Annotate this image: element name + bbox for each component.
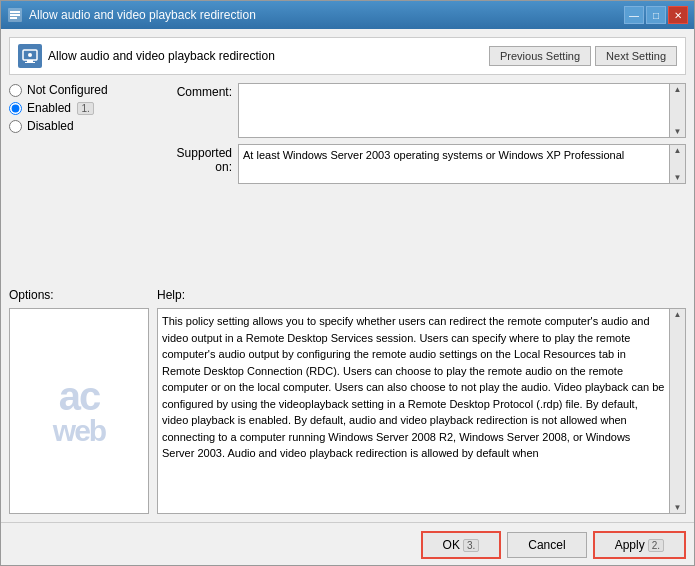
help-scroll-down[interactable]: ▼ — [674, 503, 682, 512]
not-configured-option[interactable]: Not Configured — [9, 83, 149, 97]
content-area: Allow audio and video playback redirecti… — [1, 29, 694, 522]
help-text: This policy setting allows you to specif… — [158, 309, 685, 466]
radio-group: Not Configured Enabled 1. Disabled — [9, 83, 149, 133]
bottom-section: ac web This policy setting allows you to… — [9, 308, 686, 513]
previous-setting-button[interactable]: Previous Setting — [489, 46, 591, 66]
enabled-option[interactable]: Enabled 1. — [9, 101, 149, 115]
options-panel: ac web — [9, 308, 149, 513]
help-scroll-up[interactable]: ▲ — [674, 310, 682, 319]
help-section-label: Help: — [157, 288, 686, 302]
disabled-label: Disabled — [27, 119, 74, 133]
help-panel: This policy setting allows you to specif… — [157, 308, 686, 513]
watermark-image: ac web — [53, 309, 105, 512]
header-row: Allow audio and video playback redirecti… — [9, 37, 686, 75]
svg-rect-3 — [10, 17, 17, 19]
title-bar-controls: — □ ✕ — [624, 6, 688, 24]
watermark-text-2: web — [53, 416, 105, 446]
supported-row: Supported on: At least Windows Server 20… — [157, 144, 686, 184]
disabled-option[interactable]: Disabled — [9, 119, 149, 133]
header-policy: Allow audio and video playback redirecti… — [18, 44, 489, 68]
help-scrollbar[interactable]: ▲ ▼ — [669, 309, 685, 512]
watermark-text-1: ac — [59, 376, 100, 416]
scroll-down-arrow[interactable]: ▼ — [674, 127, 682, 136]
svg-rect-2 — [10, 14, 20, 16]
cancel-button[interactable]: Cancel — [507, 532, 586, 558]
monitor-icon — [22, 48, 38, 64]
left-panel: Not Configured Enabled 1. Disabled — [9, 83, 149, 288]
next-setting-button[interactable]: Next Setting — [595, 46, 677, 66]
supported-label: Supported on: — [157, 144, 232, 174]
svg-rect-5 — [27, 60, 33, 62]
close-button[interactable]: ✕ — [668, 6, 688, 24]
svg-rect-1 — [10, 11, 20, 13]
disabled-radio[interactable] — [9, 120, 22, 133]
svg-rect-6 — [25, 62, 35, 63]
policy-icon — [18, 44, 42, 68]
apply-label: Apply — [615, 538, 645, 552]
supported-scrollbar[interactable]: ▲ ▼ — [669, 145, 685, 183]
not-configured-label: Not Configured — [27, 83, 108, 97]
enabled-radio[interactable] — [9, 102, 22, 115]
main-window: Allow audio and video playback redirecti… — [0, 0, 695, 566]
maximize-button[interactable]: □ — [646, 6, 666, 24]
apply-button[interactable]: Apply2. — [593, 531, 686, 559]
ok-button[interactable]: OK3. — [421, 531, 502, 559]
supported-scroll-down[interactable]: ▼ — [674, 173, 682, 182]
window-title: Allow audio and video playback redirecti… — [29, 8, 256, 22]
watermark: ac web — [10, 309, 148, 512]
supported-textbox: At least Windows Server 2003 operating s… — [238, 144, 686, 184]
not-configured-radio[interactable] — [9, 84, 22, 97]
footer: OK3. Cancel Apply2. — [1, 522, 694, 565]
nav-buttons: Previous Setting Next Setting — [489, 46, 677, 66]
right-panel: Comment: ▲ ▼ Supported on: At least Wind… — [157, 83, 686, 288]
title-bar: Allow audio and video playback redirecti… — [1, 1, 694, 29]
enabled-badge: 1. — [77, 102, 93, 115]
enabled-label: Enabled 1. — [27, 101, 94, 115]
comment-label: Comment: — [157, 83, 232, 99]
ok-label: OK — [443, 538, 460, 552]
scroll-up-arrow[interactable]: ▲ — [674, 85, 682, 94]
options-section-label: Options: — [9, 288, 149, 302]
main-section: Not Configured Enabled 1. Disabled — [9, 83, 686, 288]
svg-point-7 — [28, 53, 32, 57]
enabled-text: Enabled — [27, 101, 71, 115]
title-bar-left: Allow audio and video playback redirecti… — [7, 7, 256, 23]
section-labels-row: Options: Help: — [9, 288, 686, 302]
header-policy-text: Allow audio and video playback redirecti… — [48, 49, 275, 63]
comment-scrollbar[interactable]: ▲ ▼ — [669, 84, 685, 137]
supported-text: At least Windows Server 2003 operating s… — [239, 145, 685, 165]
supported-scroll-up[interactable]: ▲ — [674, 146, 682, 155]
window-icon — [7, 7, 23, 23]
ok-badge: 3. — [463, 539, 479, 552]
apply-badge: 2. — [648, 539, 664, 552]
comment-row: Comment: ▲ ▼ — [157, 83, 686, 138]
comment-textbox[interactable]: ▲ ▼ — [238, 83, 686, 138]
minimize-button[interactable]: — — [624, 6, 644, 24]
